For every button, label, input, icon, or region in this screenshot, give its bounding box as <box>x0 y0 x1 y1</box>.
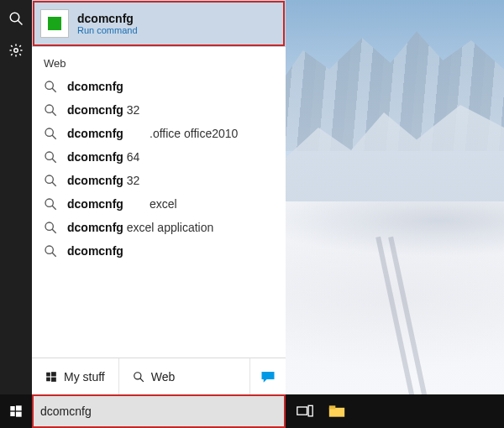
web-result-text: dcomcnfg excel application <box>67 221 213 234</box>
task-view-button[interactable] <box>296 402 314 420</box>
web-result-row[interactable]: dcomcnfg 32 <box>32 98 286 122</box>
svg-rect-20 <box>51 372 56 376</box>
web-result-text: dcomcnfg .office office2010 <box>67 127 238 140</box>
web-result-text: dcomcnfg excel <box>67 197 177 211</box>
filter-web[interactable]: Web <box>118 358 189 394</box>
filter-bar: My stuff Web <box>32 358 286 394</box>
wallpaper-snow <box>286 201 504 394</box>
svg-rect-29 <box>297 407 307 415</box>
svg-rect-25 <box>10 406 14 410</box>
best-match-subtitle: Run command <box>77 25 138 36</box>
svg-rect-28 <box>16 412 22 417</box>
best-match-title: dcomcnfg <box>77 12 138 25</box>
taskbar: dcomcnfg <box>0 394 504 428</box>
web-result-text: dcomcnfg <box>67 80 123 93</box>
web-result-row[interactable]: dcomcnfg excel application <box>32 216 286 239</box>
web-results-list: dcomcnfgdcomcnfg 32dcomcnfg .office offi… <box>32 75 286 358</box>
svg-rect-22 <box>51 377 56 381</box>
svg-line-1 <box>18 20 22 24</box>
svg-point-13 <box>45 199 53 206</box>
svg-rect-21 <box>46 377 50 381</box>
svg-line-14 <box>52 206 56 210</box>
svg-point-7 <box>45 128 53 136</box>
best-match-result[interactable]: dcomcnfg Run command <box>32 0 286 47</box>
svg-line-8 <box>52 135 56 139</box>
svg-point-5 <box>45 105 53 112</box>
best-match-text: dcomcnfg Run command <box>77 12 138 36</box>
svg-line-10 <box>52 159 56 163</box>
svg-point-11 <box>45 175 53 183</box>
svg-rect-30 <box>308 405 312 416</box>
feedback-icon <box>260 370 276 384</box>
svg-line-6 <box>52 112 56 116</box>
search-icon <box>133 371 144 383</box>
web-result-row[interactable]: dcomcnfg <box>32 239 286 263</box>
web-result-row[interactable]: dcomcnfg .office office2010 <box>32 122 286 145</box>
taskbar-search-box[interactable]: dcomcnfg <box>32 394 286 428</box>
web-result-text: dcomcnfg 64 <box>67 150 139 164</box>
start-rail <box>0 0 32 394</box>
web-result-row[interactable]: dcomcnfg 32 <box>32 169 286 192</box>
svg-point-15 <box>45 222 53 230</box>
svg-point-0 <box>10 13 19 22</box>
svg-line-24 <box>140 378 144 381</box>
web-result-row[interactable]: dcomcnfg excel <box>32 192 286 216</box>
search-icon[interactable] <box>8 10 24 27</box>
windows-logo-icon <box>45 371 57 383</box>
web-section-label: Web <box>32 47 286 75</box>
taskbar-apps <box>287 402 346 420</box>
svg-point-23 <box>134 372 141 378</box>
filter-web-label: Web <box>151 370 176 384</box>
svg-point-3 <box>45 81 53 89</box>
start-button[interactable] <box>0 394 32 428</box>
svg-point-9 <box>45 152 53 159</box>
feedback-button[interactable] <box>249 358 286 394</box>
svg-line-18 <box>52 253 56 257</box>
filter-my-stuff[interactable]: My stuff <box>32 358 118 394</box>
run-command-icon <box>40 9 69 38</box>
filter-my-stuff-label: My stuff <box>64 370 105 384</box>
search-input-text: dcomcnfg <box>40 405 92 418</box>
svg-rect-32 <box>329 405 336 409</box>
svg-rect-19 <box>46 372 50 376</box>
web-result-text: dcomcnfg 32 <box>67 103 139 117</box>
web-result-text: dcomcnfg 32 <box>67 174 139 187</box>
svg-point-17 <box>45 246 53 253</box>
search-panel: dcomcnfg Run command Web dcomcnfgdcomcnf… <box>32 0 286 394</box>
svg-rect-26 <box>16 405 22 410</box>
web-result-row[interactable]: dcomcnfg 64 <box>32 145 286 169</box>
svg-rect-27 <box>10 412 14 416</box>
gear-icon[interactable] <box>8 42 24 59</box>
web-result-row[interactable]: dcomcnfg <box>32 75 286 98</box>
svg-point-2 <box>14 49 18 53</box>
svg-line-12 <box>52 182 56 186</box>
svg-line-16 <box>52 229 56 233</box>
svg-line-4 <box>52 88 56 92</box>
file-explorer-button[interactable] <box>328 402 346 420</box>
web-result-text: dcomcnfg <box>67 244 123 258</box>
